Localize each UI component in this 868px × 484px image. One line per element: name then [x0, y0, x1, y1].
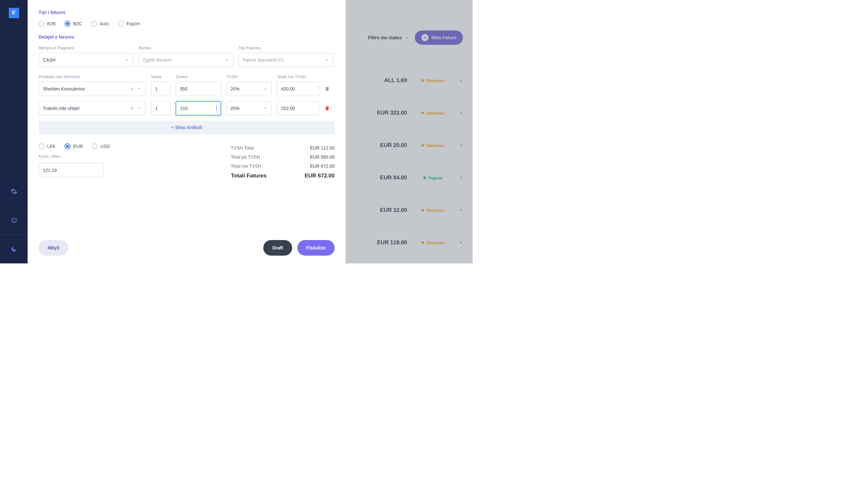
radio-type-export[interactable]: Export: [118, 21, 140, 27]
radio-type-auto[interactable]: Auto: [91, 21, 109, 27]
invoice-type-title: Tipi i fatures: [39, 10, 335, 15]
col-qty: Sasia: [151, 74, 170, 79]
status-badge: Dorezuar: [413, 237, 453, 249]
bank-label: Banka: [138, 45, 234, 50]
line-total[interactable]: 252,00: [277, 101, 319, 116]
line-item: Trainim mbi shitjet 1 210 20% 252,00: [39, 101, 335, 116]
moon-icon[interactable]: [0, 235, 28, 263]
radio-currency-eur[interactable]: EUR: [65, 143, 83, 149]
power-icon[interactable]: [0, 206, 28, 234]
app-logo: F: [9, 8, 19, 18]
vat-select[interactable]: 20%: [226, 82, 272, 96]
status-badge: Dorezuar: [413, 140, 453, 151]
settings-icon[interactable]: [0, 177, 28, 206]
add-invoice-button[interactable]: + Shto Fature: [415, 31, 463, 45]
payment-method-select[interactable]: CASH: [39, 53, 133, 67]
chevron-right-icon: [459, 208, 463, 212]
invoice-list-row[interactable]: ALL 1.69 Dorezuar: [354, 64, 463, 97]
qty-input[interactable]: 1: [151, 101, 170, 116]
radio-type-b2c[interactable]: B2C: [65, 21, 82, 27]
invoice-list-row[interactable]: EUR 118.80 Dorezuar: [354, 226, 463, 259]
rate-label: Kursi i dites: [39, 154, 110, 159]
details-title: Detajet e farures: [39, 34, 335, 40]
status-badge: Dorezuar: [413, 75, 453, 86]
product-select[interactable]: Trainim mbi shitjet: [39, 101, 146, 116]
plus-icon: +: [421, 34, 429, 41]
draft-button[interactable]: Draft: [263, 240, 292, 256]
currency-radios: LEK EUR USD: [39, 143, 110, 149]
delete-line-icon[interactable]: [324, 105, 331, 111]
bank-select[interactable]: Zgjidh Banken: [138, 53, 234, 67]
status-badge: Dorezuar: [413, 205, 453, 216]
invoice-type-radios: B2B B2C Auto Export: [39, 21, 335, 27]
line-total[interactable]: 420,00: [277, 82, 319, 96]
qty-input[interactable]: 1: [151, 82, 170, 96]
rate-input[interactable]: 121.19: [39, 163, 103, 178]
total-line: Total pa TVSHEUR 560.00: [231, 153, 335, 162]
chevron-right-icon: [459, 176, 463, 180]
invoice-list-row[interactable]: EUR 322.00 Dorezuar: [354, 97, 463, 129]
status-badge: Dorezuar: [413, 107, 453, 119]
invoice-modal: Tipi i fatures B2B B2C Auto Export Detaj…: [28, 0, 346, 263]
chevron-down-icon: [225, 58, 229, 62]
col-price: Cmimi: [176, 74, 221, 79]
col-vat: TVSH: [226, 74, 272, 79]
col-product: Produkti ose Sherbimi: [39, 74, 146, 79]
product-select[interactable]: Sherbim Konsulence: [39, 82, 146, 96]
chevron-right-icon: [459, 78, 463, 83]
chevron-down-icon: [405, 36, 409, 40]
invoice-list-background: Filtro me status + Shto Fature ALL 1.69 …: [344, 0, 473, 263]
add-article-button[interactable]: + Shto Artikull: [39, 121, 335, 134]
vat-select[interactable]: 20%: [226, 101, 272, 116]
price-input[interactable]: 210: [176, 101, 221, 116]
invoice-amount: ALL 1.69: [368, 77, 407, 84]
sidebar: F: [0, 0, 28, 263]
invoice-list-row[interactable]: EUR 12.00 Dorezuar: [354, 194, 463, 226]
invoice-type-label: Tipi Fatures: [239, 45, 333, 50]
line-item: Sherbim Konsulence 1 350 20% 420,00: [39, 82, 335, 96]
radio-type-b2b[interactable]: B2B: [39, 21, 56, 27]
invoice-list-row[interactable]: EUR 20.00 Dorezuar: [354, 129, 463, 162]
close-button[interactable]: Mbyll: [39, 240, 68, 256]
chevron-down-icon: [263, 87, 268, 91]
invoice-amount: EUR 322.00: [368, 110, 407, 116]
total-line: Total me TVSHEUR 672.00: [231, 162, 335, 171]
chevron-right-icon: [459, 111, 463, 115]
invoice-amount: EUR 12.00: [368, 207, 407, 214]
radio-currency-usd[interactable]: USD: [92, 143, 110, 149]
filter-dropdown[interactable]: Filtro me status: [368, 35, 409, 40]
invoice-amount: EUR 20.00: [368, 142, 407, 149]
grand-total: Totali FaturesEUR 672.00: [231, 171, 335, 181]
price-input[interactable]: 350: [176, 82, 221, 96]
status-badge: Paguar: [413, 172, 453, 184]
payment-method-label: Menyra e Pageses: [39, 45, 133, 50]
invoice-type-select[interactable]: Fature Standarte P1: [239, 53, 333, 67]
invoice-amount: EUR 84.00: [368, 174, 407, 181]
delete-line-icon[interactable]: [324, 86, 331, 92]
chevron-right-icon: [459, 241, 463, 245]
clear-icon[interactable]: [130, 87, 134, 91]
invoice-amount: EUR 118.80: [368, 239, 407, 246]
chevron-down-icon: [125, 58, 129, 62]
total-line: TVSH TotalEUR 112.00: [231, 143, 335, 153]
radio-currency-lek[interactable]: LEK: [39, 143, 56, 149]
chevron-right-icon: [459, 143, 463, 147]
clear-icon[interactable]: [130, 106, 134, 110]
col-total: Totali me TVSH: [277, 74, 319, 79]
chevron-down-icon: [137, 87, 142, 91]
invoice-list-row[interactable]: EUR 84.00 Paguar: [354, 162, 463, 194]
chevron-down-icon: [263, 106, 268, 110]
chevron-down-icon: [137, 106, 142, 110]
fiscalize-button[interactable]: Fiskalizo: [297, 240, 335, 256]
chevron-down-icon: [324, 58, 329, 62]
